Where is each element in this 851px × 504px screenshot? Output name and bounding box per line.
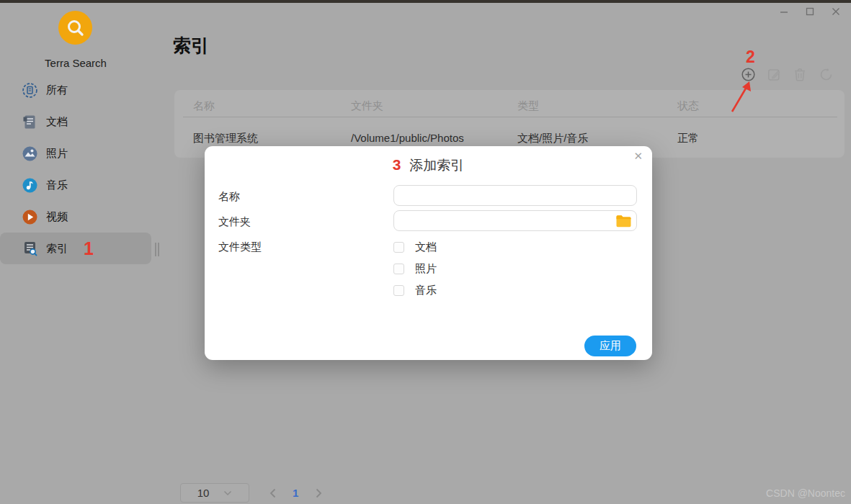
checkbox-label: 文档 (415, 240, 437, 254)
annotation-step-1: 1 (84, 238, 94, 259)
sidebar-item-music[interactable]: 音乐 (0, 169, 151, 201)
next-page-icon[interactable] (313, 487, 324, 499)
folder-input[interactable] (393, 210, 637, 231)
sidebar-item-label: 音乐 (46, 179, 68, 192)
column-header-status: 状态 (677, 99, 699, 113)
checkbox-music[interactable] (393, 285, 404, 296)
sidebar-item-label: 照片 (46, 147, 68, 161)
minimize-icon[interactable] (779, 6, 789, 17)
cell-status: 正常 (677, 132, 699, 145)
folder-label: 文件夹 (218, 215, 251, 229)
page-size-value: 10 (197, 487, 210, 499)
annotation-step-3: 3 (393, 156, 401, 174)
current-page[interactable]: 1 (293, 487, 298, 499)
name-input[interactable] (393, 185, 637, 206)
add-index-dialog: ✕ 3 添加索引 名称 文件夹 文件类型 文档 照片 音乐 应用 (205, 146, 652, 360)
watermark: CSDN @Noontec (766, 487, 845, 499)
sidebar-item-label: 所有 (46, 84, 68, 97)
music-icon (22, 177, 38, 194)
sidebar-nav: 所有 文档 (0, 74, 166, 264)
search-logo-icon (66, 18, 86, 38)
maximize-icon[interactable] (805, 6, 815, 17)
cell-name: 图书管理系统 (193, 132, 258, 145)
name-label: 名称 (218, 190, 240, 204)
page-nav: 1 (267, 487, 324, 499)
annotation-step-2: 2 (746, 48, 755, 67)
close-icon[interactable] (831, 6, 841, 17)
sidebar-item-documents[interactable]: 文档 (0, 106, 151, 138)
column-header-name: 名称 (193, 99, 215, 113)
app-logo (58, 11, 92, 45)
sidebar-item-label: 视频 (46, 210, 68, 224)
checkbox-photos[interactable] (393, 264, 404, 274)
dialog-title-row: 3 添加索引 (205, 156, 652, 175)
sidebar-item-all[interactable]: 所有 (0, 74, 151, 106)
document-icon (22, 114, 38, 130)
apply-button[interactable]: 应用 (584, 336, 636, 356)
cell-folder: /Volume1/public/Photos (351, 132, 464, 144)
checkbox-label: 照片 (415, 262, 437, 276)
window-controls (765, 4, 851, 19)
pagination: 10 1 (180, 483, 324, 503)
file-type-label: 文件类型 (218, 240, 262, 254)
prev-page-icon[interactable] (267, 487, 278, 499)
sidebar-resize-handle[interactable] (155, 243, 160, 256)
table-header-divider (183, 117, 837, 117)
folder-browse-icon[interactable] (615, 215, 632, 228)
sidebar-item-label: 索引 (46, 242, 68, 256)
video-icon (22, 209, 38, 225)
annotation-arrow-icon (722, 76, 758, 115)
checkbox-documents[interactable] (393, 242, 404, 253)
file-type-option-documents: 文档 (393, 240, 437, 254)
refresh-icon[interactable] (819, 67, 833, 81)
cell-type: 文档/照片/音乐 (517, 132, 588, 145)
column-header-folder: 文件夹 (351, 99, 383, 113)
sidebar-item-index[interactable]: 索引 (0, 233, 151, 264)
index-icon (22, 240, 38, 257)
file-type-option-music: 音乐 (393, 284, 437, 297)
delete-icon[interactable] (793, 67, 807, 81)
table-row[interactable]: 图书管理系统 /Volume1/public/Photos 文档/照片/音乐 正… (174, 132, 845, 146)
sidebar-item-videos[interactable]: 视频 (0, 201, 151, 233)
sidebar: Terra Search 所有 (0, 3, 166, 504)
all-icon (22, 82, 38, 99)
chevron-down-icon (223, 490, 232, 496)
page-title: 索引 (173, 34, 209, 58)
sidebar-item-photos[interactable]: 照片 (0, 138, 151, 169)
brand-name: Terra Search (0, 57, 151, 69)
edit-icon[interactable] (767, 67, 781, 81)
checkbox-label: 音乐 (415, 284, 437, 297)
file-type-option-photos: 照片 (393, 262, 437, 276)
page-size-select[interactable]: 10 (180, 483, 249, 503)
sidebar-item-label: 文档 (46, 115, 68, 129)
photo-icon (22, 145, 38, 162)
dialog-title: 添加索引 (409, 156, 464, 175)
column-header-type: 类型 (517, 99, 539, 113)
